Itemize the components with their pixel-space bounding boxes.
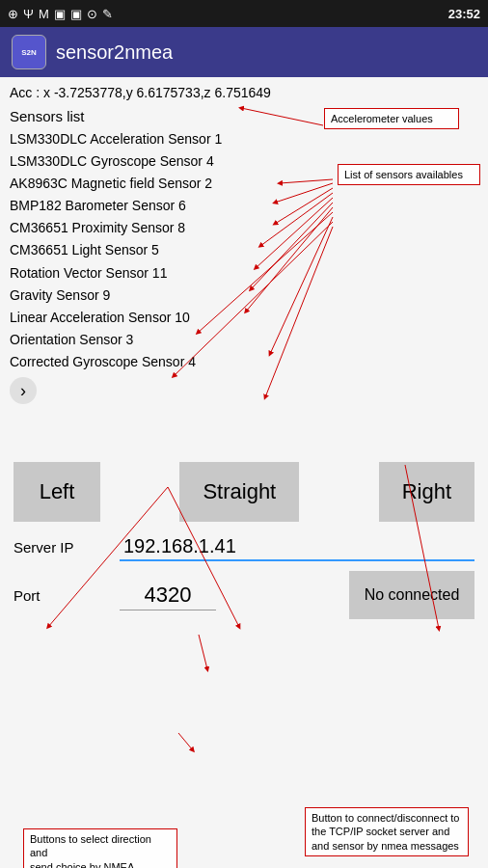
rec-icon: ▣ <box>54 7 66 21</box>
annotation-accel: Accelerometer values <box>324 108 459 129</box>
accelerometer-values: Acc : x -3.7253778,y 6.6175733,z 6.75164… <box>10 85 478 100</box>
sensor-item-10: Corrected Gyroscope Sensor 4 <box>10 351 478 373</box>
sensors-section: Sensors list LSM330DLC Acceleration Sens… <box>10 108 478 373</box>
app-header: S2N sensor2nmea <box>0 27 488 77</box>
no-connected-button[interactable]: No connected <box>349 571 474 619</box>
server-ip-row: Server IP <box>10 533 478 561</box>
annotation-direction: Buttons to select direction andsend choi… <box>23 828 177 868</box>
annotation-sensors: List of sensors availables <box>338 164 480 185</box>
gmail-icon: M <box>39 7 49 21</box>
server-ip-input[interactable] <box>120 533 474 561</box>
right-button[interactable]: Right <box>379 462 474 522</box>
bottom-section: Buttons to select direction andsend choi… <box>10 462 478 619</box>
chevron-button[interactable]: › <box>10 377 37 404</box>
sensor-item-7: Gravity Sensor 9 <box>10 285 478 307</box>
status-icons: ⊕ Ψ M ▣ ▣ ⊙ ✎ <box>8 7 113 21</box>
sensor-item-6: Rotation Vector Sensor 11 <box>10 262 478 285</box>
usb-icon: Ψ <box>23 7 34 21</box>
app-logo: S2N <box>12 35 46 69</box>
direction-buttons-row: Left Straight Right <box>10 462 478 522</box>
sensor-item-4: CM36651 Proximity Sensor 8 <box>10 217 478 239</box>
server-ip-label: Server IP <box>14 539 91 556</box>
rec2-icon: ▣ <box>70 7 82 21</box>
annotation-connect: Button to connect/disconnect tothe TCP/I… <box>305 807 469 856</box>
status-time: 23:52 <box>448 7 480 21</box>
port-input[interactable] <box>120 581 216 610</box>
sensor-item-9: Orientation Sensor 3 <box>10 329 478 351</box>
circle-icon: ⊙ <box>87 7 97 21</box>
left-button[interactable]: Left <box>14 462 100 522</box>
sensor-item-5: CM36651 Light Sensor 5 <box>10 239 478 261</box>
main-content: Acc : x -3.7253778,y 6.6175733,z 6.75164… <box>0 77 488 868</box>
svg-line-16 <box>178 733 193 750</box>
sensor-item-3: BMP182 Barometer Sensor 6 <box>10 195 478 217</box>
port-label: Port <box>14 587 91 604</box>
add-icon: ⊕ <box>8 7 18 21</box>
svg-line-15 <box>199 635 207 669</box>
straight-button[interactable]: Straight <box>179 462 299 522</box>
sensor-item-8: Linear Acceleration Sensor 10 <box>10 307 478 329</box>
app-title: sensor2nmea <box>56 41 173 64</box>
port-row: Port No connected <box>10 571 478 619</box>
status-bar: ⊕ Ψ M ▣ ▣ ⊙ ✎ 23:52 <box>0 0 488 27</box>
logo-text: S2N <box>21 48 37 57</box>
sensor-item-0: LSM330DLC Acceleration Sensor 1 <box>10 128 478 150</box>
edit-icon: ✎ <box>102 7 113 21</box>
